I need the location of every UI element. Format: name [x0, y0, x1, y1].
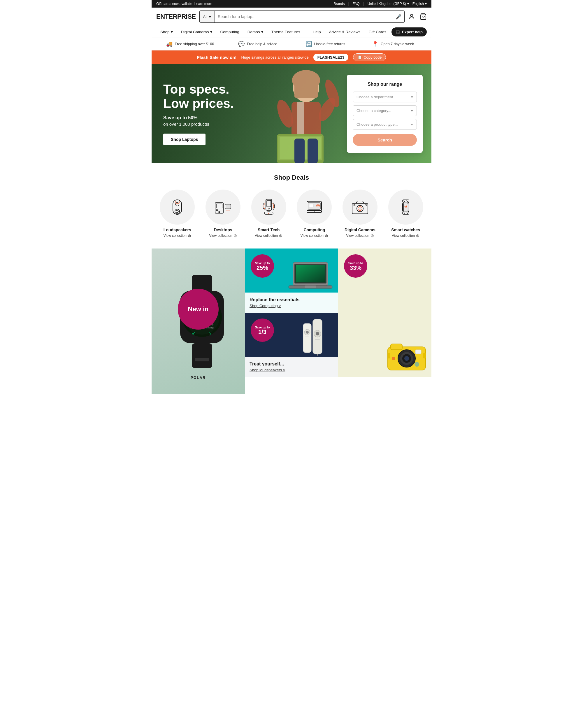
- svg-rect-55: [402, 200, 409, 202]
- loudspeaker-icon: [167, 197, 188, 217]
- svg-rect-21: [216, 204, 222, 208]
- computing-icon-wrap: [297, 189, 332, 225]
- hours-icon: 📍: [372, 41, 378, 47]
- svg-point-16: [175, 209, 179, 214]
- type-chevron: ▾: [411, 122, 413, 127]
- shipping-icon: 🚚: [166, 41, 172, 47]
- promo-new-in[interactable]: New in Nightly recharge GOOD ANS charge …: [151, 249, 245, 394]
- promo-speakers[interactable]: Save up to 1/3: [245, 313, 338, 377]
- desktops-link[interactable]: View collection ⊕: [209, 233, 237, 238]
- svg-rect-40: [309, 204, 313, 207]
- promo-badge-speakers: Save up to 1/3: [251, 318, 274, 342]
- search-category-selector[interactable]: All ▾: [200, 11, 215, 23]
- smartwatch-icon-wrap: [388, 189, 423, 225]
- cameras-link[interactable]: View collection ⊕: [346, 233, 374, 238]
- learn-more-link[interactable]: Learn more: [194, 2, 212, 6]
- deal-desktops[interactable]: Desktops View collection ⊕: [202, 189, 244, 238]
- svg-point-42: [317, 205, 318, 206]
- promo-cameras[interactable]: Save up to 33%: [338, 249, 432, 377]
- deal-smarttech[interactable]: Smart Tech View collection ⊕: [248, 189, 290, 238]
- loudspeakers-link[interactable]: View collection ⊕: [164, 233, 191, 238]
- cameras-chevron: ▾: [210, 29, 212, 34]
- svg-rect-89: [391, 344, 402, 350]
- shop-loudspeakers-link[interactable]: Shop loudspeakers >: [250, 368, 333, 372]
- range-search-button[interactable]: Search: [353, 134, 417, 146]
- region-selector[interactable]: United Kingdom (GBP £) ▾: [368, 2, 409, 6]
- svg-rect-75: [296, 265, 325, 282]
- copy-code-button[interactable]: 📋 Copy code: [353, 53, 386, 61]
- dept-chevron: ▾: [411, 95, 413, 99]
- svg-rect-14: [308, 138, 318, 163]
- svg-point-30: [268, 208, 269, 209]
- desktop-icon-wrap: [205, 189, 241, 225]
- desktop-icon: [213, 197, 233, 217]
- polar-logo: POLAR: [191, 376, 206, 380]
- divider1: |: [348, 2, 349, 6]
- language-selector[interactable]: English ▾: [413, 2, 427, 6]
- microphone-icon[interactable]: 🎤: [395, 14, 401, 20]
- loudspeakers-label: Loudspeakers: [164, 228, 191, 232]
- account-icon[interactable]: [408, 13, 415, 20]
- faq-link[interactable]: FAQ: [353, 2, 360, 6]
- brands-link[interactable]: Brands: [334, 2, 345, 6]
- flash-title: Flash Sale now on!: [197, 55, 237, 60]
- category-chevron: ▾: [209, 15, 211, 19]
- deal-loudspeakers[interactable]: Loudspeakers View collection ⊕: [156, 189, 198, 238]
- svg-rect-15: [173, 200, 182, 214]
- shop-laptops-button[interactable]: Shop Laptops: [163, 134, 205, 145]
- svg-text:↙: ↙: [192, 331, 196, 335]
- promo-computing[interactable]: Save up to 25%: [245, 249, 338, 313]
- svg-point-97: [392, 357, 395, 360]
- digital-camera-icon: [350, 197, 370, 217]
- search-bar: All ▾ 🎤: [199, 10, 405, 23]
- nav-item-computing[interactable]: Computing: [216, 26, 243, 37]
- smarttech-label: Smart Tech: [258, 228, 280, 232]
- nav-item-shop[interactable]: Shop ▾: [156, 26, 177, 37]
- svg-rect-94: [415, 350, 421, 354]
- svg-rect-29: [267, 200, 271, 207]
- category-selector[interactable]: Choose a category... ▾: [353, 105, 417, 116]
- benefits-bar: 🚚 Free shipping over $100 💬 Free help & …: [151, 38, 432, 50]
- benefit-advice: 💬 Free help & advice: [224, 41, 292, 47]
- svg-point-80: [306, 331, 309, 334]
- shop-computing-link[interactable]: Shop Computing >: [250, 304, 333, 308]
- nav-advice[interactable]: Advice & Reviews: [326, 27, 363, 37]
- deal-computing[interactable]: Computing View collection ⊕: [293, 189, 335, 238]
- computing-link-arrow: ⊕: [325, 233, 328, 238]
- cart-icon[interactable]: [420, 13, 427, 20]
- expert-help-button[interactable]: 🎧 Expert help: [391, 27, 427, 36]
- hero-subtitle2: on over 1,000 products!: [163, 122, 234, 127]
- smarttech-link[interactable]: View collection ⊕: [255, 233, 282, 238]
- svg-rect-70: [192, 343, 212, 368]
- search-input[interactable]: [218, 14, 393, 19]
- logo[interactable]: ENTERPRISE: [156, 13, 196, 20]
- nav-item-cameras[interactable]: Digital Cameras ▾: [177, 26, 216, 37]
- svg-text:↘: ↘: [208, 331, 212, 335]
- smartwatches-link[interactable]: View collection ⊕: [392, 233, 419, 238]
- product-type-selector[interactable]: Choose a product type... ▾: [353, 119, 417, 130]
- cameras-link-arrow: ⊕: [370, 233, 374, 238]
- gift-text: Gift cards now available: [156, 2, 193, 6]
- nav-item-theme[interactable]: Theme Features: [267, 26, 304, 37]
- headset-icon: 🎧: [395, 30, 400, 34]
- nav-gift-cards[interactable]: Gift Cards: [365, 27, 389, 37]
- computing-icon: [304, 197, 325, 217]
- deal-smartwatches[interactable]: Smart watches View collection ⊕: [385, 189, 427, 238]
- nav-help[interactable]: Help: [310, 27, 324, 37]
- svg-rect-95: [388, 353, 390, 359]
- svg-point-93: [404, 356, 409, 361]
- promo-computing-content: Replace the essentials Shop Computing >: [245, 292, 338, 313]
- cat-chevron: ▾: [411, 108, 413, 113]
- hero-person-svg: [254, 64, 359, 163]
- svg-rect-24: [226, 205, 230, 208]
- promo-grid: New in Nightly recharge GOOD ANS charge …: [151, 249, 432, 394]
- hero-person-image: [254, 64, 359, 163]
- nav-item-demos[interactable]: Demos ▾: [243, 26, 267, 37]
- department-selector[interactable]: Choose a department... ▾: [353, 92, 417, 102]
- svg-point-27: [219, 211, 220, 213]
- computing-link[interactable]: View collection ⊕: [301, 233, 328, 238]
- deal-cameras[interactable]: Digital Cameras View collection ⊕: [339, 189, 381, 238]
- flash-code-button[interactable]: FLASHSALE23: [313, 54, 348, 61]
- svg-rect-22: [216, 209, 218, 211]
- promo-speakers-title: Treat yourself...: [250, 361, 333, 367]
